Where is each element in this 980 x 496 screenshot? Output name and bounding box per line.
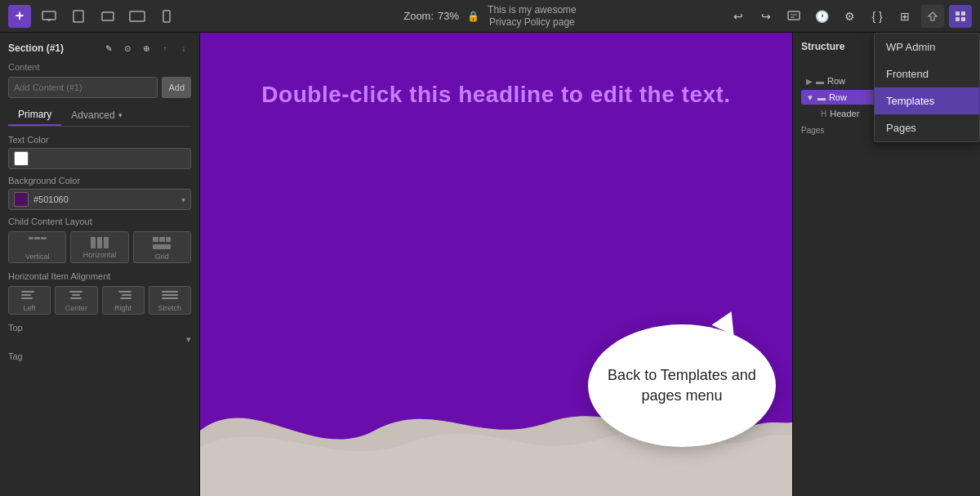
row-2-label: Row bbox=[829, 92, 847, 102]
layout-grid-label: Grid bbox=[155, 252, 169, 261]
layout-grid[interactable]: Grid bbox=[133, 231, 191, 263]
row-icon: ▬ bbox=[816, 77, 824, 86]
align-center-icon bbox=[68, 291, 84, 302]
undo-icon[interactable]: ↩ bbox=[727, 5, 750, 28]
add-label: Add bbox=[162, 77, 191, 98]
toolbar-center: Zoom: 73% 🔒 This is my awesome Privacy P… bbox=[403, 4, 577, 28]
top-label: Top bbox=[8, 323, 191, 333]
templates-menu-button[interactable] bbox=[949, 5, 972, 28]
dropdown-menu: WP Admin Frontend Templates Pages bbox=[874, 33, 980, 142]
lock-icon: 🔒 bbox=[467, 11, 479, 22]
dropdown-item-wp-admin[interactable]: WP Admin bbox=[875, 34, 979, 60]
align-stretch-label: Stretch bbox=[158, 304, 182, 312]
left-sidebar: Section (#1) ✎ ⊙ ⊕ ↑ ↓ Content Add Prima… bbox=[0, 33, 200, 496]
text-color-picker[interactable] bbox=[8, 148, 191, 169]
section-header: Section (#1) ✎ ⊙ ⊕ ↑ ↓ bbox=[8, 41, 191, 56]
content-label: Content bbox=[8, 62, 191, 72]
layout-vertical-label: Vertical bbox=[25, 252, 50, 261]
down-icon[interactable]: ↓ bbox=[176, 41, 191, 56]
chevron-icon: ▶ bbox=[806, 77, 813, 86]
main-content: Section (#1) ✎ ⊙ ⊕ ↑ ↓ Content Add Prima… bbox=[0, 33, 980, 496]
svg-rect-0 bbox=[42, 11, 56, 20]
publish-button[interactable] bbox=[921, 5, 944, 28]
tab-row: Primary Advanced ▾ bbox=[8, 105, 191, 127]
align-stretch[interactable]: Stretch bbox=[149, 286, 191, 315]
svg-rect-13 bbox=[961, 17, 965, 21]
header-icon: H bbox=[821, 109, 826, 118]
tag-expand-row: ▾ bbox=[8, 334, 191, 345]
zoom-info: Zoom: 73% bbox=[403, 10, 459, 22]
grid-icon[interactable]: ⊞ bbox=[893, 5, 916, 28]
color-expand-icon[interactable]: ▾ bbox=[181, 195, 185, 204]
wide-view-icon[interactable] bbox=[126, 5, 149, 28]
dropdown-item-frontend[interactable]: Frontend bbox=[875, 60, 979, 87]
tab-advanced[interactable]: Advanced ▾ bbox=[61, 105, 131, 126]
svg-rect-3 bbox=[74, 11, 83, 22]
zoom-value[interactable]: 73% bbox=[438, 10, 459, 22]
desktop-view-icon[interactable] bbox=[38, 5, 60, 28]
svg-rect-7 bbox=[788, 11, 800, 20]
comments-icon[interactable] bbox=[782, 5, 805, 28]
child-layout-label: Child Content Layout bbox=[8, 217, 191, 226]
right-sidebar: Structure 1 item(s) ▶ ▬ Row ▼ ▬ Row H He… bbox=[792, 33, 980, 496]
svg-rect-11 bbox=[961, 11, 965, 16]
row-icon: ▬ bbox=[817, 93, 826, 102]
edit-icon[interactable]: ✎ bbox=[101, 41, 116, 56]
bg-color-hex: #501060 bbox=[33, 194, 176, 204]
header-label: Header bbox=[830, 109, 859, 118]
bg-color-picker[interactable]: #501060 ▾ bbox=[8, 189, 191, 210]
align-right-label: Right bbox=[114, 304, 131, 312]
align-center-label: Center bbox=[65, 304, 87, 312]
layout-horizontal[interactable]: Horizontal bbox=[70, 231, 128, 263]
chevron-icon: ▼ bbox=[806, 93, 814, 102]
svg-rect-12 bbox=[956, 17, 960, 21]
wave-decoration bbox=[200, 365, 792, 496]
dropdown-item-pages[interactable]: Pages bbox=[875, 114, 979, 141]
tab-primary[interactable]: Primary bbox=[8, 105, 61, 126]
section-action-icons: ✎ ⊙ ⊕ ↑ ↓ bbox=[101, 41, 191, 56]
redo-icon[interactable]: ↪ bbox=[755, 5, 777, 28]
svg-rect-6 bbox=[163, 11, 170, 22]
canvas-area: Double-click this headline to edit the t… bbox=[200, 33, 792, 496]
add-element-button[interactable]: + bbox=[8, 5, 31, 28]
chevron-down-icon: ▾ bbox=[118, 111, 122, 119]
tablet-landscape-icon[interactable] bbox=[96, 5, 119, 28]
canvas-headline[interactable]: Double-click this headline to edit the t… bbox=[261, 82, 730, 108]
up-icon[interactable]: ↑ bbox=[158, 41, 172, 56]
align-stretch-icon bbox=[162, 291, 178, 302]
bg-color-swatch bbox=[14, 192, 29, 207]
tablet-view-icon[interactable] bbox=[67, 5, 90, 28]
mobile-view-icon[interactable] bbox=[155, 5, 178, 28]
align-left-label: Left bbox=[24, 304, 36, 312]
zoom-label: Zoom: bbox=[403, 10, 434, 22]
align-left[interactable]: Left bbox=[8, 286, 51, 315]
text-color-label: Text Color bbox=[8, 135, 191, 145]
toolbar-left: + bbox=[8, 5, 178, 28]
layout-horizontal-label: Horizontal bbox=[83, 251, 117, 259]
align-options: Left Center Right Stretch bbox=[8, 286, 191, 315]
tag-expand-icon[interactable]: ▾ bbox=[186, 334, 191, 345]
add-content-input[interactable] bbox=[8, 77, 158, 98]
svg-rect-5 bbox=[130, 11, 145, 21]
canvas-inner: Double-click this headline to edit the t… bbox=[200, 33, 792, 496]
align-right-icon bbox=[115, 291, 131, 302]
history-icon[interactable]: 🕐 bbox=[810, 5, 833, 28]
page-title: This is my awesome bbox=[488, 4, 577, 16]
add-content-row: Add bbox=[8, 77, 191, 98]
dropdown-item-templates[interactable]: Templates bbox=[875, 87, 979, 114]
layout-vertical[interactable]: Vertical bbox=[8, 231, 66, 263]
align-left-icon bbox=[21, 291, 38, 302]
settings-icon[interactable]: ⚙ bbox=[838, 5, 861, 28]
svg-rect-4 bbox=[102, 12, 114, 20]
add-icon[interactable]: ⊕ bbox=[139, 41, 154, 56]
target-icon[interactable]: ⊙ bbox=[120, 41, 135, 56]
toolbar-right: ↩ ↪ 🕐 ⚙ { } ⊞ bbox=[727, 5, 972, 28]
svg-rect-10 bbox=[956, 11, 960, 16]
align-right[interactable]: Right bbox=[102, 286, 145, 315]
layout-options: Vertical Horizontal Grid bbox=[8, 231, 191, 263]
bg-color-label: Background Color bbox=[8, 176, 191, 185]
alignment-label: Horizontal Item Alignment bbox=[8, 271, 191, 281]
align-center[interactable]: Center bbox=[55, 286, 97, 315]
text-color-swatch bbox=[14, 151, 29, 166]
code-icon[interactable]: { } bbox=[866, 5, 889, 28]
